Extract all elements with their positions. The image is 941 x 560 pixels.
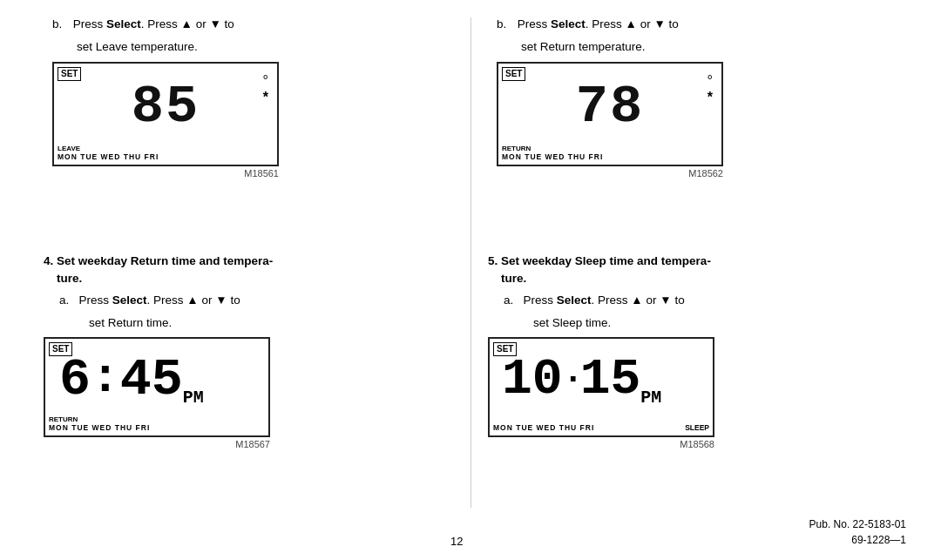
top-left-model: M18561: [52, 168, 279, 179]
bottom-left-hours: 6: [59, 350, 91, 409]
top-right-lcd: SET 78 ° * RETURN MON TUE WED THU FRI: [497, 62, 723, 166]
bottom-left-lcd: SET 6 : 45 PM RETURN MON TUE WED THU FRI: [44, 337, 270, 437]
top-right-bottom-labels: RETURN MON TUE WED THU FRI: [502, 145, 718, 161]
top-left-press: Press: [73, 17, 106, 30]
bottom-left-bottom-labels: RETURN MON TUE WED THU FRI: [49, 415, 265, 432]
top-right-number: 78: [576, 80, 644, 134]
bottom-left-section: 4. Set weekday Return time and tempera- …: [44, 253, 462, 449]
top-right-day-label: MON TUE WED THU FRI: [502, 152, 603, 161]
bottom-right-sub-label: a.: [504, 293, 513, 307]
bottom-left-up-arrow: ▲: [186, 293, 198, 307]
top-left-up-arrow: ▲: [181, 17, 193, 30]
top-right-section: b. Press Select. Press ▲ or ▼ to set Ret…: [497, 16, 897, 179]
top-left-section: b. Press Select. Press ▲ or ▼ to set Lea…: [52, 16, 453, 179]
bottom-right-lcd: SET 10 · 15 PM MON TUE WED THU FRI SLEEP: [488, 337, 714, 437]
bottom-left-down-arrow: ▼: [215, 293, 227, 307]
bottom-right-header: 5. Set weekday Sleep time and tempera- t…: [488, 253, 906, 288]
top-right-instruction: b. Press Select. Press ▲ or ▼ to: [497, 16, 897, 33]
bottom-right-day-label: MON TUE WED THU FRI: [493, 423, 594, 432]
top-left-degree-star: ° *: [263, 72, 268, 105]
top-right-second-line: set Return temperature.: [521, 38, 897, 56]
top-right-degree: °: [707, 72, 713, 89]
bottom-left-select: Select: [112, 293, 147, 307]
bottom-right-digits: 10 · 15 PM: [498, 347, 704, 411]
bottom-right-second-line: set Sleep time.: [533, 314, 906, 332]
top-right-lcd-left-label: RETURN: [502, 145, 603, 152]
top-right-label: b.: [497, 16, 514, 33]
bottom-left-colon: :: [91, 350, 120, 409]
bottom-left-pm: PM: [183, 388, 204, 411]
top-left-bottom-labels: LEAVE MON TUE WED THU FRI: [58, 145, 274, 161]
top-left-down-arrow: ▼: [209, 17, 220, 30]
bottom-left-sub-instruction: a. Press Select. Press ▲ or ▼ to: [59, 292, 462, 309]
top-left-instruction: b. Press Select. Press ▲ or ▼ to: [52, 16, 453, 33]
page-footer: 12 Pub. No. 22-5183-01 69-1228—1: [0, 516, 941, 548]
bottom-right-select: Select: [557, 293, 592, 307]
top-left-select: Select: [106, 17, 141, 30]
bottom-left-header: 4. Set weekday Return time and tempera- …: [44, 253, 462, 288]
bottom-left-day-label: MON TUE WED THU FRI: [49, 423, 150, 432]
column-divider: [470, 17, 471, 508]
top-right-digits: 78: [525, 76, 695, 138]
top-right-star: *: [707, 89, 713, 105]
top-right-up-arrow: ▲: [626, 17, 637, 30]
bottom-right-dot: ·: [563, 360, 580, 399]
bottom-right-mode-label: SLEEP: [685, 423, 709, 432]
top-left-day-label: MON TUE WED THU FRI: [58, 152, 159, 161]
bottom-left-sub-label: a.: [59, 293, 69, 307]
top-left-degree: °: [263, 72, 268, 89]
pub-number: Pub. No. 22-5183-01 69-1228—1: [809, 516, 906, 548]
bottom-left-model: M18567: [44, 439, 270, 449]
bottom-right-down-arrow: ▼: [660, 293, 671, 307]
bottom-left-digits: 6 : 45 PM: [54, 347, 260, 411]
top-left-lcd: SET 85 ° * LEAVE MON TUE WED THU FRI: [52, 62, 279, 166]
bottom-right-hours: 10: [502, 351, 563, 408]
page-number: 12: [450, 535, 463, 548]
top-right-degree-star: ° *: [707, 72, 713, 105]
bottom-right-model: M18568: [488, 439, 714, 449]
top-left-star: *: [263, 89, 268, 105]
bottom-right-bottom-labels: MON TUE WED THU FRI SLEEP: [493, 423, 709, 432]
bottom-left-header-num: 4.: [44, 254, 53, 267]
bottom-right-up-arrow: ▲: [631, 293, 642, 307]
bottom-right-header-num: 5.: [488, 254, 498, 267]
top-left-label: b.: [52, 16, 70, 33]
bottom-right-section: 5. Set weekday Sleep time and tempera- t…: [488, 253, 906, 449]
top-left-lcd-left-label: LEAVE: [58, 145, 159, 152]
bottom-right-header-text: Set weekday Sleep time and tempera- ture…: [488, 254, 711, 285]
top-right-down-arrow: ▼: [653, 17, 665, 30]
bottom-right-pm: PM: [640, 388, 661, 411]
bottom-left-minutes: 45: [120, 350, 183, 409]
top-left-second-line: set Leave temperature.: [77, 38, 453, 56]
bottom-right-minutes: 15: [580, 351, 641, 408]
bottom-left-header-text: Set weekday Return time and tempera- tur…: [44, 254, 273, 285]
top-right-select: Select: [551, 17, 586, 30]
top-right-model: M18562: [497, 168, 723, 179]
top-left-number: 85: [132, 80, 200, 134]
bottom-left-second-line: set Return time.: [89, 314, 462, 332]
top-left-set-badge: SET: [58, 67, 81, 81]
bottom-right-sub-instruction: a. Press Select. Press ▲ or ▼ to: [504, 292, 906, 309]
top-left-digits: 85: [80, 76, 251, 138]
top-right-set-badge: SET: [502, 67, 525, 81]
bottom-left-lcd-left-label: RETURN: [49, 415, 150, 423]
